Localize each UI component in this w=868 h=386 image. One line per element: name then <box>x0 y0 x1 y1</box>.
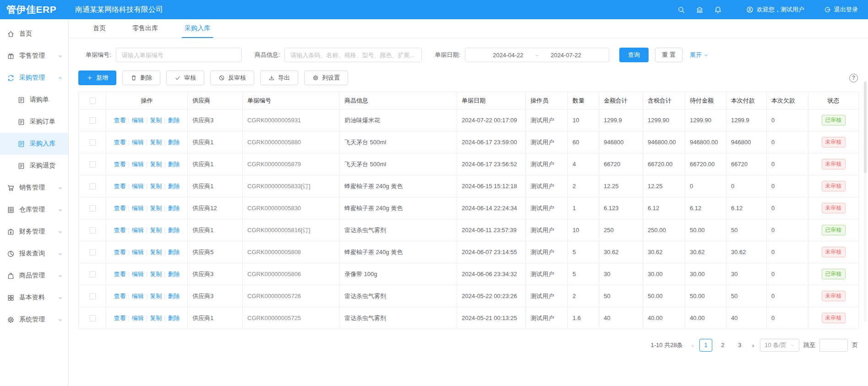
row-checkbox[interactable] <box>89 183 96 190</box>
approve-button[interactable]: 审核 <box>166 71 204 85</box>
page-button-2[interactable]: 2 <box>716 339 729 352</box>
edit-link[interactable]: 编辑 <box>132 293 144 299</box>
delete-link[interactable]: 删除 <box>168 117 180 124</box>
unapprove-button[interactable]: 反审核 <box>210 71 254 85</box>
sidebar-item-零售管理[interactable]: 零售管理 <box>0 45 68 67</box>
order-no-input[interactable] <box>116 48 242 62</box>
expand-link[interactable]: 展开 <box>690 51 709 59</box>
edit-link[interactable]: 编辑 <box>132 183 144 190</box>
delete-link[interactable]: 删除 <box>168 161 180 168</box>
copy-link[interactable]: 复制 <box>150 227 162 234</box>
copy-link[interactable]: 复制 <box>150 249 162 256</box>
select-all-checkbox[interactable] <box>89 98 96 104</box>
edit-link[interactable]: 编辑 <box>132 161 144 168</box>
view-link[interactable]: 查看 <box>114 161 126 168</box>
sidebar-item-系统管理[interactable]: 系统管理 <box>0 309 68 331</box>
edit-link[interactable]: 编辑 <box>132 271 144 277</box>
edit-link[interactable]: 编辑 <box>132 249 144 256</box>
edit-link[interactable]: 编辑 <box>132 117 144 124</box>
top-header: 管伊佳ERP 南通某某网络科技有限公司 欢迎您，测试用户 退出登录 <box>0 0 868 19</box>
reset-button[interactable]: 重 置 <box>655 48 682 62</box>
row-checkbox[interactable] <box>89 293 96 299</box>
logout-button[interactable]: 退出登录 <box>824 5 858 14</box>
view-link[interactable]: 查看 <box>114 293 126 299</box>
view-link[interactable]: 查看 <box>114 249 126 256</box>
sidebar-item-采购管理[interactable]: 采购管理 <box>0 67 68 89</box>
copy-link[interactable]: 复制 <box>150 293 162 299</box>
sidebar-item-基本资料[interactable]: 基本资料 <box>0 287 68 309</box>
export-button[interactable]: 导出 <box>260 71 298 85</box>
query-button[interactable]: 查询 <box>619 48 649 62</box>
delete-link[interactable]: 删除 <box>168 183 180 190</box>
sidebar-item-商品管理[interactable]: 商品管理 <box>0 265 68 287</box>
add-button[interactable]: 新增 <box>78 71 116 85</box>
copy-link[interactable]: 复制 <box>150 315 162 321</box>
sidebar-item-采购入库[interactable]: 采购入库 <box>0 133 68 155</box>
row-checkbox[interactable] <box>89 315 96 321</box>
date-range-picker[interactable]: 2024-04-22 ~ 2024-07-22 <box>465 48 609 62</box>
copy-link[interactable]: 复制 <box>150 205 162 212</box>
sidebar-item-销售管理[interactable]: 销售管理 <box>0 177 68 199</box>
sidebar-item-采购订单[interactable]: 采购订单 <box>0 111 68 133</box>
cell-amount-tax: 50.00 <box>643 285 685 307</box>
column-settings-button[interactable]: 列设置 <box>304 71 348 85</box>
view-link[interactable]: 查看 <box>114 183 126 190</box>
row-checkbox[interactable] <box>89 139 96 146</box>
view-link[interactable]: 查看 <box>114 315 126 321</box>
table-scrollbar[interactable] <box>864 82 867 322</box>
edit-link[interactable]: 编辑 <box>132 315 144 321</box>
delete-link[interactable]: 删除 <box>168 227 180 234</box>
row-checkbox[interactable] <box>89 205 96 212</box>
page-button-3[interactable]: 3 <box>733 339 746 352</box>
date-from[interactable]: 2024-04-22 <box>493 52 524 59</box>
sidebar-item-采购退货[interactable]: 采购退货 <box>0 155 68 177</box>
edit-link[interactable]: 编辑 <box>132 227 144 234</box>
edit-link[interactable]: 编辑 <box>132 205 144 212</box>
jump-page-input[interactable] <box>819 339 848 352</box>
copy-link[interactable]: 复制 <box>150 139 162 146</box>
sidebar-item-首页[interactable]: 首页 <box>0 23 68 45</box>
search-icon[interactable] <box>672 6 690 14</box>
user-icon <box>746 6 753 13</box>
row-checkbox[interactable] <box>89 161 96 168</box>
cell-qty: 1 <box>568 197 599 219</box>
view-link[interactable]: 查看 <box>114 227 126 234</box>
delete-button[interactable]: 删除 <box>122 71 160 85</box>
page-button-1[interactable]: 1 <box>699 339 712 352</box>
view-link[interactable]: 查看 <box>114 205 126 212</box>
help-icon[interactable]: ? <box>849 74 858 82</box>
delete-link[interactable]: 删除 <box>168 139 180 146</box>
delete-link[interactable]: 删除 <box>168 271 180 277</box>
copy-link[interactable]: 复制 <box>150 271 162 277</box>
delete-link[interactable]: 删除 <box>168 205 180 212</box>
view-link[interactable]: 查看 <box>114 271 126 277</box>
copy-link[interactable]: 复制 <box>150 161 162 168</box>
delete-link[interactable]: 删除 <box>168 315 180 321</box>
row-checkbox[interactable] <box>89 227 96 234</box>
prev-page-icon[interactable]: ‹ <box>690 342 695 349</box>
view-link[interactable]: 查看 <box>114 139 126 146</box>
page-size-select[interactable]: 10 条/页 <box>760 339 799 352</box>
tab-purchase-inbound[interactable]: 采购入库 <box>182 19 213 38</box>
row-checkbox[interactable] <box>89 117 96 124</box>
sidebar-item-请购单[interactable]: 请购单 <box>0 89 68 111</box>
product-info-input[interactable] <box>284 48 422 62</box>
tab-home[interactable]: 首页 <box>90 19 109 38</box>
date-to[interactable]: 2024-07-22 <box>551 52 581 59</box>
copy-link[interactable]: 复制 <box>150 183 162 190</box>
delete-link[interactable]: 删除 <box>168 249 180 256</box>
sidebar-item-报表查询[interactable]: 报表查询 <box>0 243 68 265</box>
bank-icon[interactable] <box>690 6 709 14</box>
row-checkbox[interactable] <box>89 249 96 256</box>
current-user[interactable]: 欢迎您，测试用户 <box>746 5 804 14</box>
edit-link[interactable]: 编辑 <box>132 139 144 146</box>
next-page-icon[interactable]: › <box>750 342 756 349</box>
bell-icon[interactable] <box>709 6 727 14</box>
delete-link[interactable]: 删除 <box>168 293 180 299</box>
sidebar-item-仓库管理[interactable]: 仓库管理 <box>0 199 68 221</box>
copy-link[interactable]: 复制 <box>150 117 162 124</box>
tab-retail-outbound[interactable]: 零售出库 <box>130 19 161 38</box>
sidebar-item-财务管理[interactable]: 财务管理 <box>0 221 68 243</box>
row-checkbox[interactable] <box>89 271 96 277</box>
view-link[interactable]: 查看 <box>114 117 126 124</box>
